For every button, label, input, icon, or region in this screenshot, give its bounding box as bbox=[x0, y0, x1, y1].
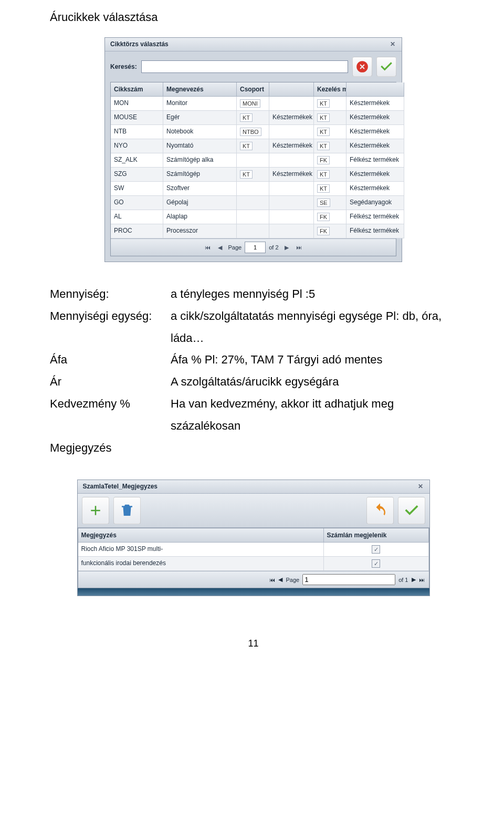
add-button[interactable] bbox=[82, 497, 109, 524]
pager-next-icon[interactable]: ▶ bbox=[412, 576, 416, 583]
table-row[interactable]: MONMonitorMONIKTKésztermékek bbox=[111, 97, 396, 111]
cell-grp-code bbox=[237, 224, 269, 238]
cell-name: Monitor bbox=[163, 97, 237, 111]
confirm-button[interactable] bbox=[376, 57, 396, 77]
col-name[interactable]: Megnevezés bbox=[163, 82, 237, 97]
col-visible[interactable]: Számlán megjelenik bbox=[324, 528, 429, 543]
cell-code: MON bbox=[111, 97, 163, 111]
col-mode-code[interactable]: Kezelés mód bbox=[314, 82, 346, 97]
cell-grp-code: KT bbox=[237, 139, 269, 153]
pager-last-icon[interactable]: ⏭ bbox=[295, 243, 304, 252]
cell-grp-name bbox=[269, 224, 314, 238]
table-row[interactable]: GOGépolajSESegédanyagok bbox=[111, 196, 396, 210]
table-row[interactable]: MOUSEEgérKTKésztermékekKTKésztermékek bbox=[111, 111, 396, 125]
pager-first-icon[interactable]: ⏮ bbox=[203, 243, 212, 252]
def-key: Ár bbox=[50, 371, 171, 393]
def-value bbox=[171, 437, 457, 459]
cell-grp-name: Késztermékek bbox=[269, 168, 314, 182]
pager-prev-icon[interactable]: ◀ bbox=[278, 576, 282, 583]
notes-dialog: SzamlaTetel_Megjegyzes ✕ bbox=[77, 480, 430, 596]
field-definitions: Mennyiség:a tényleges mennyiség Pl :5Men… bbox=[50, 283, 457, 459]
cell-mode-code: KT bbox=[314, 139, 346, 153]
cell-mode-name: Késztermékek bbox=[346, 139, 404, 153]
cell-code: MOUSE bbox=[111, 111, 163, 125]
cell-grp-code bbox=[237, 196, 269, 210]
cell-mode-name: Késztermékek bbox=[346, 168, 404, 182]
cell-mode-name: Félkész termékek bbox=[346, 153, 404, 168]
cell-mode-code: KT bbox=[314, 168, 346, 182]
cell-check[interactable]: ✓ bbox=[324, 543, 429, 557]
cell-mode-name: Késztermékek bbox=[346, 182, 404, 196]
delete-button[interactable] bbox=[113, 497, 141, 524]
cell-name: Gépolaj bbox=[163, 196, 237, 210]
cell-check[interactable]: ✓ bbox=[324, 557, 429, 571]
cell-mode-name: Késztermékek bbox=[346, 111, 404, 125]
cell-grp-name bbox=[269, 182, 314, 196]
col-code[interactable]: Cikkszám bbox=[111, 82, 163, 97]
checkbox-icon[interactable]: ✓ bbox=[372, 545, 380, 554]
cell-name: Alaplap bbox=[163, 210, 237, 224]
cell-mode-code: SE bbox=[314, 196, 346, 210]
cell-grp-code: KT bbox=[237, 168, 269, 182]
cell-note[interactable]: funkcionális irodai berendezés bbox=[78, 557, 324, 571]
pager-page-label: Page bbox=[286, 577, 299, 583]
cell-grp-code bbox=[237, 210, 269, 224]
cell-code: SW bbox=[111, 182, 163, 196]
save-button[interactable] bbox=[398, 497, 425, 524]
dialog-title: Cikktörzs választás bbox=[110, 40, 169, 48]
table-row[interactable]: funkcionális irodai berendezés✓ bbox=[78, 557, 429, 571]
pager-page-input[interactable] bbox=[245, 242, 266, 253]
cell-mode-code: KT bbox=[314, 125, 346, 139]
item-select-dialog: Cikktörzs választás ✕ Keresés: Cikkszám … bbox=[104, 37, 402, 262]
cell-grp-name bbox=[269, 153, 314, 168]
pager-next-icon[interactable]: ▶ bbox=[282, 243, 291, 252]
cell-name: Notebook bbox=[163, 125, 237, 139]
cell-mode-code: KT bbox=[314, 111, 346, 125]
col-group-name bbox=[269, 82, 314, 97]
page-title: Árucikkek választása bbox=[50, 11, 457, 24]
cell-name: Egér bbox=[163, 111, 237, 125]
cell-code: NYO bbox=[111, 139, 163, 153]
def-key: Kedvezmény % bbox=[50, 393, 171, 437]
table-row[interactable]: PROCProcesszorFKFélkész termékek bbox=[111, 224, 396, 238]
cell-grp-name bbox=[269, 196, 314, 210]
pager-last-icon[interactable]: ⏭ bbox=[419, 577, 425, 583]
table-row[interactable]: NTBNotebookNTBOKTKésztermékek bbox=[111, 125, 396, 139]
notes-pager: ⏮ ◀ Page of 1 ▶ ⏭ bbox=[78, 571, 429, 588]
table-row[interactable]: Rioch Aficio MP 301SP multi-✓ bbox=[78, 543, 429, 557]
search-label: Keresés: bbox=[110, 63, 137, 70]
grid-pager: ⏮ ◀ Page of 2 ▶ ⏭ bbox=[111, 238, 396, 256]
cell-mode-name: Segédanyagok bbox=[346, 196, 404, 210]
checkbox-icon[interactable]: ✓ bbox=[372, 559, 380, 568]
def-value: a cikk/szolgáltatatás mennyiségi egysége… bbox=[171, 305, 457, 349]
col-group-code[interactable]: Csoport bbox=[237, 82, 269, 97]
pager-first-icon[interactable]: ⏮ bbox=[269, 577, 275, 583]
table-row[interactable]: ALAlaplapFKFélkész termékek bbox=[111, 210, 396, 224]
cancel-button[interactable] bbox=[352, 57, 372, 77]
def-value: Áfa % Pl: 27%, TAM 7 Tárgyi adó mentes bbox=[171, 349, 457, 371]
pager-prev-icon[interactable]: ◀ bbox=[215, 243, 225, 252]
cell-mode-code: FK bbox=[314, 224, 346, 238]
table-row[interactable]: SZGSzámítógépKTKésztermékekKTKészterméke… bbox=[111, 168, 396, 182]
close-icon[interactable]: ✕ bbox=[417, 483, 424, 490]
col-note[interactable]: Megjegyzés bbox=[78, 528, 324, 543]
undo-button[interactable] bbox=[366, 497, 394, 524]
table-row[interactable]: SZ_ALKSzámítógép alkaFKFélkész termékek bbox=[111, 153, 396, 168]
cell-mode-code: KT bbox=[314, 182, 346, 196]
cell-mode-code: KT bbox=[314, 97, 346, 111]
cell-mode-name: Félkész termékek bbox=[346, 224, 404, 238]
cell-grp-name bbox=[269, 97, 314, 111]
cell-code: NTB bbox=[111, 125, 163, 139]
cell-note[interactable]: Rioch Aficio MP 301SP multi- bbox=[78, 543, 324, 557]
close-icon[interactable]: ✕ bbox=[389, 40, 396, 48]
cell-mode-name: Késztermékek bbox=[346, 97, 404, 111]
cell-code: SZG bbox=[111, 168, 163, 182]
cell-grp-code: KT bbox=[237, 111, 269, 125]
notes-grid: Megjegyzés Számlán megjelenik Rioch Afic… bbox=[78, 528, 429, 588]
search-input[interactable] bbox=[141, 60, 348, 73]
def-key: Megjegyzés bbox=[50, 437, 171, 459]
col-mode-name bbox=[346, 82, 404, 97]
table-row[interactable]: NYONyomtatóKTKésztermékekKTKésztermékek bbox=[111, 139, 396, 153]
table-row[interactable]: SWSzoftverKTKésztermékek bbox=[111, 182, 396, 196]
pager-page-input[interactable] bbox=[302, 574, 395, 585]
